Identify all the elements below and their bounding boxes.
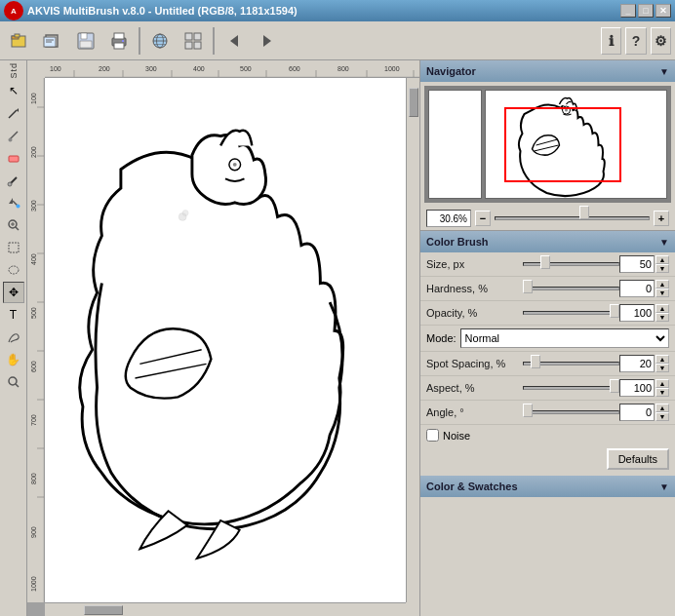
canvas-area[interactable]: 100 200 300 400 500 600 800 1000 1100 xyxy=(27,60,419,616)
spot-spacing-value-wrap: ▲ ▼ xyxy=(619,355,669,372)
opacity-value[interactable] xyxy=(619,304,655,322)
print-button[interactable] xyxy=(103,25,135,57)
angle-row: Angle, ° ▲ ▼ xyxy=(420,401,675,425)
color-brush-dropdown[interactable]: ▼ xyxy=(659,237,669,248)
tool-text[interactable]: T xyxy=(3,304,24,326)
aspect-slider[interactable] xyxy=(523,380,619,396)
tool-magnify[interactable] xyxy=(3,371,24,393)
window-controls[interactable]: _ □ ✕ xyxy=(620,4,671,18)
tool-hand[interactable]: ✋ xyxy=(3,349,24,370)
spot-spacing-down[interactable]: ▼ xyxy=(655,364,669,372)
toolbar xyxy=(0,21,597,60)
aspect-up[interactable]: ▲ xyxy=(655,379,669,388)
tool-smudge[interactable] xyxy=(3,327,24,348)
mode-select[interactable]: Normal Multiply Screen Overlay xyxy=(460,328,669,348)
svg-text:100: 100 xyxy=(50,65,61,72)
globe-button[interactable] xyxy=(144,25,176,57)
angle-up[interactable]: ▲ xyxy=(655,404,669,412)
svg-text:100: 100 xyxy=(30,93,37,104)
aspect-down[interactable]: ▼ xyxy=(655,388,669,397)
canvas[interactable] xyxy=(45,78,406,602)
tool-eyedropper[interactable] xyxy=(3,170,24,191)
angle-spinner: ▲ ▼ xyxy=(655,404,669,421)
svg-text:300: 300 xyxy=(30,200,37,212)
svg-text:400: 400 xyxy=(193,65,205,72)
right-panel: Navigator ▼ xyxy=(419,60,675,616)
help-button[interactable]: ? xyxy=(625,27,646,55)
tool-lasso[interactable] xyxy=(3,259,24,281)
open2-button[interactable] xyxy=(37,25,68,57)
minimize-button[interactable]: _ xyxy=(620,4,636,18)
opacity-up[interactable]: ▲ xyxy=(655,304,669,313)
tool-pen[interactable] xyxy=(3,102,24,124)
scrollbar-horizontal[interactable] xyxy=(45,602,406,616)
info-button[interactable]: ℹ xyxy=(601,27,621,55)
save-button[interactable] xyxy=(70,25,101,57)
tool-eraser[interactable] xyxy=(3,147,24,169)
tool-zoom[interactable] xyxy=(3,214,24,236)
scrollbar-corner xyxy=(406,602,419,616)
size-value[interactable] xyxy=(619,255,655,273)
angle-down[interactable]: ▼ xyxy=(655,412,669,421)
close-button[interactable]: ✕ xyxy=(655,4,671,18)
open-button[interactable] xyxy=(4,25,35,57)
aspect-label: Aspect, % xyxy=(426,382,523,394)
svg-point-82 xyxy=(233,163,237,167)
spot-spacing-value[interactable] xyxy=(619,355,655,372)
ruler-top: 100 200 300 400 500 600 800 1000 1100 xyxy=(45,60,419,78)
angle-label: Angle, ° xyxy=(426,406,523,418)
color-swatches-title: Color & Swatches xyxy=(426,481,518,492)
angle-slider[interactable] xyxy=(523,404,619,420)
back-button[interactable] xyxy=(218,25,250,57)
opacity-slider[interactable] xyxy=(523,305,619,321)
svg-point-31 xyxy=(8,182,12,186)
mode-row: Mode: Normal Multiply Screen Overlay xyxy=(420,326,675,352)
hardness-down[interactable]: ▼ xyxy=(655,289,669,297)
svg-marker-24 xyxy=(263,35,271,47)
navigator-view[interactable] xyxy=(424,86,671,203)
aspect-row: Aspect, % ▲ ▼ xyxy=(420,376,675,401)
svg-rect-11 xyxy=(114,33,124,39)
scrollbar-vertical[interactable] xyxy=(406,78,419,602)
opacity-down[interactable]: ▼ xyxy=(655,313,669,322)
svg-text:900: 900 xyxy=(30,526,37,538)
zoom-minus-button[interactable]: − xyxy=(475,211,491,226)
tool-brush[interactable] xyxy=(3,125,24,146)
navigator-dropdown[interactable]: ▼ xyxy=(659,66,669,77)
spot-spacing-row: Spot Spacing, % ▲ ▼ xyxy=(420,352,675,376)
defaults-row: Defaults xyxy=(420,445,675,476)
tool-fill[interactable] xyxy=(3,192,24,213)
svg-point-86 xyxy=(182,211,188,216)
size-up[interactable]: ▲ xyxy=(655,255,669,264)
opacity-value-wrap: ▲ ▼ xyxy=(619,304,669,322)
zoom-plus-button[interactable]: + xyxy=(654,211,669,226)
color-swatches-dropdown[interactable]: ▼ xyxy=(659,481,669,492)
size-slider[interactable] xyxy=(523,256,619,272)
noise-checkbox[interactable] xyxy=(426,429,439,442)
maximize-button[interactable]: □ xyxy=(638,4,654,18)
svg-marker-23 xyxy=(230,35,238,47)
tool-selection[interactable] xyxy=(3,237,24,258)
tool-arrow[interactable]: ↖ xyxy=(3,80,24,101)
angle-value[interactable] xyxy=(619,404,655,421)
hardness-value[interactable] xyxy=(619,280,655,297)
svg-rect-19 xyxy=(185,33,192,40)
forward-button[interactable] xyxy=(252,25,283,57)
spot-spacing-spinner: ▲ ▼ xyxy=(655,355,669,372)
defaults-button[interactable]: Defaults xyxy=(607,448,669,470)
svg-text:800: 800 xyxy=(30,473,37,484)
svg-rect-9 xyxy=(80,41,92,48)
zoom-bar: − + xyxy=(420,207,675,231)
settings-button[interactable]: ⚙ xyxy=(651,27,671,55)
zoom-input[interactable] xyxy=(426,210,471,227)
tool-move[interactable]: ✥ xyxy=(3,282,24,303)
size-value-wrap: ▲ ▼ xyxy=(619,255,669,273)
spot-spacing-up[interactable]: ▲ xyxy=(655,355,669,364)
hardness-up[interactable]: ▲ xyxy=(655,280,669,289)
aspect-value[interactable] xyxy=(619,379,655,397)
hardness-slider[interactable] xyxy=(523,281,619,296)
svg-line-36 xyxy=(16,227,19,230)
spot-spacing-slider[interactable] xyxy=(523,356,619,371)
size-down[interactable]: ▼ xyxy=(655,264,669,273)
grid-button[interactable] xyxy=(178,25,209,57)
